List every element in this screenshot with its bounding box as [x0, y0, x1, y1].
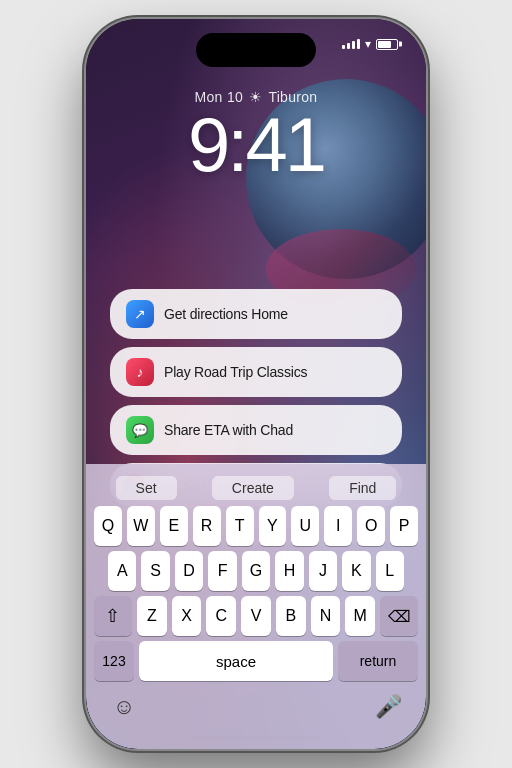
- phone-frame: ▾ Mon 10 ☀ Tiburon 9:41 ↗ Get directi: [86, 19, 426, 749]
- mic-button[interactable]: 🎤: [370, 689, 406, 725]
- lock-info: Mon 10 ☀ Tiburon 9:41: [86, 89, 426, 183]
- time-display: 9:41: [86, 107, 426, 183]
- key-h[interactable]: H: [275, 551, 303, 591]
- phone-screen: ▾ Mon 10 ☀ Tiburon 9:41 ↗ Get directi: [86, 19, 426, 749]
- suggestion-music-text: Play Road Trip Classics: [164, 364, 307, 380]
- key-j[interactable]: J: [309, 551, 337, 591]
- key-t[interactable]: T: [226, 506, 254, 546]
- suggestion-messages-text: Share ETA with Chad: [164, 422, 293, 438]
- return-key[interactable]: return: [338, 641, 418, 681]
- music-icon: ♪: [126, 358, 154, 386]
- key-y[interactable]: Y: [259, 506, 287, 546]
- key-a[interactable]: A: [108, 551, 136, 591]
- key-u[interactable]: U: [291, 506, 319, 546]
- suggestion-music[interactable]: ♪ Play Road Trip Classics: [110, 347, 402, 397]
- emoji-button[interactable]: ☺: [106, 689, 142, 725]
- key-f[interactable]: F: [208, 551, 236, 591]
- key-e[interactable]: E: [160, 506, 188, 546]
- delete-key[interactable]: ⌫: [380, 596, 418, 636]
- location-text: Tiburon: [268, 89, 317, 105]
- shortcut-set[interactable]: Set: [116, 476, 177, 500]
- key-n[interactable]: N: [311, 596, 341, 636]
- shortcuts-row: Set Create Find: [86, 472, 426, 506]
- key-row-2: A S D F G H J K L: [94, 551, 418, 591]
- key-b[interactable]: B: [276, 596, 306, 636]
- suggestion-directions-text: Get directions Home: [164, 306, 288, 322]
- shortcut-create[interactable]: Create: [212, 476, 294, 500]
- space-key[interactable]: space: [139, 641, 333, 681]
- weather-sun-icon: ☀: [249, 89, 262, 105]
- key-row-1: Q W E R T Y U I O P: [94, 506, 418, 546]
- key-p[interactable]: P: [390, 506, 418, 546]
- key-d[interactable]: D: [175, 551, 203, 591]
- emoji-mic-row: ☺ 🎤: [86, 687, 426, 725]
- dynamic-island: [196, 33, 316, 67]
- signal-bar-2: [347, 43, 350, 49]
- date-text: Mon 10: [195, 89, 244, 105]
- signal-bars: [342, 39, 360, 49]
- messages-icon: 💬: [126, 416, 154, 444]
- keyboard-rows: Q W E R T Y U I O P A S D F G: [86, 506, 426, 636]
- status-right: ▾: [342, 37, 398, 51]
- keyboard-area: Set Create Find Q W E R T Y U I O P: [86, 464, 426, 749]
- key-row-3: ⇧ Z X C V B N M ⌫: [94, 596, 418, 636]
- signal-bar-4: [357, 39, 360, 49]
- key-z[interactable]: Z: [137, 596, 167, 636]
- keyboard-bottom-row: 123 space return: [86, 641, 426, 681]
- shortcut-find[interactable]: Find: [329, 476, 396, 500]
- signal-bar-1: [342, 45, 345, 49]
- suggestion-directions[interactable]: ↗ Get directions Home: [110, 289, 402, 339]
- battery-fill: [378, 41, 391, 48]
- shift-key[interactable]: ⇧: [94, 596, 132, 636]
- date-weather: Mon 10 ☀ Tiburon: [86, 89, 426, 105]
- num-key[interactable]: 123: [94, 641, 134, 681]
- battery-icon: [376, 39, 398, 50]
- key-c[interactable]: C: [206, 596, 236, 636]
- key-x[interactable]: X: [172, 596, 202, 636]
- key-q[interactable]: Q: [94, 506, 122, 546]
- key-r[interactable]: R: [193, 506, 221, 546]
- signal-bar-3: [352, 41, 355, 49]
- key-v[interactable]: V: [241, 596, 271, 636]
- key-l[interactable]: L: [376, 551, 404, 591]
- key-i[interactable]: I: [324, 506, 352, 546]
- key-o[interactable]: O: [357, 506, 385, 546]
- suggestion-messages[interactable]: 💬 Share ETA with Chad: [110, 405, 402, 455]
- key-s[interactable]: S: [141, 551, 169, 591]
- key-w[interactable]: W: [127, 506, 155, 546]
- maps-icon: ↗: [126, 300, 154, 328]
- wifi-icon: ▾: [365, 37, 371, 51]
- key-m[interactable]: M: [345, 596, 375, 636]
- key-g[interactable]: G: [242, 551, 270, 591]
- key-k[interactable]: K: [342, 551, 370, 591]
